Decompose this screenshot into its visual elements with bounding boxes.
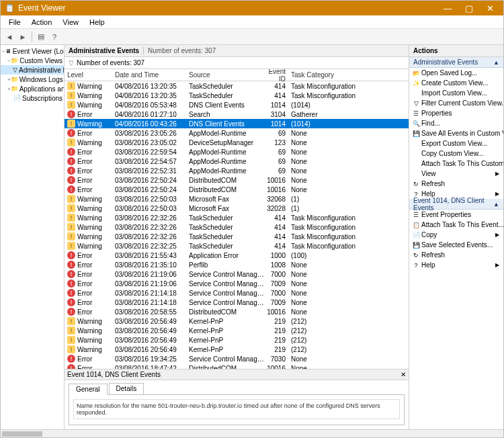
action-item[interactable]: Export Custom View... (409, 138, 503, 148)
warning-icon: ! (67, 214, 75, 222)
event-row[interactable]: !Error03/08/2016 21:19:06Service Control… (65, 279, 409, 288)
col-level[interactable]: Level (65, 71, 115, 79)
forward-button[interactable]: ► (17, 31, 29, 43)
action-item[interactable]: 🔍Find... (409, 118, 503, 128)
actions-group-event[interactable]: Event 1014, DNS Client Events ▲ (409, 199, 503, 210)
action-item[interactable]: Import Custom View... (409, 88, 503, 98)
tree-apps-services[interactable]: +📁 Applications and Services Lo (1, 84, 64, 93)
submenu-arrow-icon: ▶ (495, 262, 499, 268)
event-row[interactable]: !Warning03/08/2016 22:50:03Microsoft Fax… (65, 204, 409, 213)
event-row[interactable]: !Warning03/08/2016 20:56:49Kernel-PnP219… (65, 335, 409, 345)
titlebar[interactable]: 📋 Event Viewer — ▢ ✕ (1, 1, 503, 15)
error-icon: ! (67, 270, 75, 278)
error-icon: ! (67, 110, 75, 118)
center-pane: Administrative Events Number of events: … (65, 45, 409, 429)
action-item[interactable]: 📂Open Saved Log... (409, 68, 503, 78)
tree-subscriptions[interactable]: 📄 Subscriptions (1, 93, 64, 103)
event-row[interactable]: !Error03/08/2016 22:50:24DistributedCOM1… (65, 185, 409, 194)
detail-header: Event 1014, DNS Client Events ✕ (65, 369, 409, 380)
action-item[interactable]: View▶ (409, 169, 503, 179)
menu-help[interactable]: Help (84, 17, 110, 28)
menu-action[interactable]: Action (26, 17, 58, 28)
warning-icon: ! (67, 223, 75, 231)
menu-file[interactable]: File (3, 17, 26, 28)
action-icon: ↻ (412, 181, 420, 187)
action-item[interactable]: Copy Custom View... (409, 148, 503, 159)
event-row[interactable]: !Warning03/08/2016 20:56:49Kernel-PnP219… (65, 326, 409, 335)
tree-horizontal-scrollbar[interactable] (1, 429, 503, 437)
tab-general[interactable]: General (69, 384, 108, 395)
event-row[interactable]: !Warning03/08/2016 22:50:03Microsoft Fax… (65, 194, 409, 204)
tree-root[interactable]: −🖥 Event Viewer (Local) (1, 46, 64, 56)
event-row[interactable]: !Error03/08/2016 21:55:43Application Err… (65, 251, 409, 260)
help-button[interactable]: ? (48, 31, 60, 43)
event-row[interactable]: !Error03/08/2016 21:19:06Service Control… (65, 269, 409, 279)
event-row[interactable]: !Error04/08/2016 01:27:10Search3104Gathe… (65, 110, 409, 119)
action-item[interactable]: ▽Filter Current Custom View... (409, 98, 503, 108)
detail-description: Name resolution for the name 501-trouter… (73, 399, 400, 419)
col-cat[interactable]: Task Category (290, 71, 409, 79)
event-row[interactable]: !Error03/08/2016 19:34:25Service Control… (65, 354, 409, 363)
event-row[interactable]: !Warning03/08/2016 23:05:02DeviceSetupMa… (65, 138, 409, 147)
col-source[interactable]: Source (189, 71, 263, 79)
tree-custom-views[interactable]: −📁 Custom Views (1, 56, 64, 65)
event-row[interactable]: !Error03/08/2016 21:35:10Perflib1008None (65, 260, 409, 269)
close-button[interactable]: ✕ (480, 3, 499, 13)
subscriptions-icon: 📄 (13, 94, 21, 102)
events-list[interactable]: Level Date and Time Source Event ID Task… (65, 69, 409, 369)
back-button[interactable]: ◄ (3, 31, 15, 43)
event-row[interactable]: !Error03/08/2016 22:59:54AppModel-Runtim… (65, 147, 409, 157)
action-item[interactable]: 📄Copy▶ (409, 230, 503, 240)
event-row[interactable]: !Error03/08/2016 18:47:42DistributedCOM1… (65, 363, 409, 369)
event-row[interactable]: !Error03/08/2016 21:14:18Service Control… (65, 298, 409, 307)
event-row[interactable]: !Warning03/08/2016 22:32:26TaskScheduler… (65, 222, 409, 232)
event-row[interactable]: !Error03/08/2016 20:58:55DistributedCOM1… (65, 307, 409, 316)
show-hide-tree-button[interactable]: ▤ (35, 31, 47, 43)
menu-view[interactable]: View (57, 17, 84, 28)
action-item[interactable]: ☰Properties (409, 108, 503, 118)
action-icon: ? (412, 262, 420, 269)
event-row[interactable]: !Warning03/08/2016 22:32:25TaskScheduler… (65, 241, 409, 251)
maximize-button[interactable]: ▢ (460, 3, 478, 13)
action-item[interactable]: 📋Attach Task To This Event... (409, 220, 503, 230)
col-id[interactable]: Event ID (263, 69, 290, 83)
minimize-button[interactable]: — (438, 3, 457, 13)
action-item[interactable]: 💾Save Selected Events... (409, 240, 503, 250)
menubar: File Action View Help (1, 15, 503, 29)
event-row[interactable]: !Error03/08/2016 22:54:57AppModel-Runtim… (65, 157, 409, 166)
col-date[interactable]: Date and Time (115, 71, 189, 79)
submenu-arrow-icon: ▶ (495, 232, 499, 238)
event-row[interactable]: !Error03/08/2016 23:05:26AppModel-Runtim… (65, 128, 409, 138)
action-icon: ✨ (412, 80, 420, 87)
event-row[interactable]: !Warning03/08/2016 22:32:26TaskScheduler… (65, 232, 409, 241)
event-row[interactable]: !Warning03/08/2016 22:32:26TaskScheduler… (65, 213, 409, 222)
action-item[interactable]: ↻Refresh (409, 179, 503, 189)
detail-close-button[interactable]: ✕ (401, 371, 406, 378)
event-row[interactable]: !Error03/08/2016 21:14:18Service Control… (65, 288, 409, 298)
event-row[interactable]: !Error03/08/2016 22:50:24DistributedCOM1… (65, 175, 409, 185)
action-item[interactable]: 💾Save All Events in Custom View As... (409, 128, 503, 138)
event-count: Number of events: 307 (143, 47, 216, 54)
action-item[interactable]: Attach Task To This Custom View... (409, 159, 503, 169)
event-row[interactable]: !Warning03/08/2016 20:56:49Kernel-PnP219… (65, 345, 409, 354)
event-row[interactable]: !Warning04/08/2016 05:53:48DNS Client Ev… (65, 100, 409, 110)
event-row[interactable]: !Warning04/08/2016 00:43:26DNS Client Ev… (65, 119, 409, 128)
filter-icon: ▽ (13, 66, 17, 74)
action-item[interactable]: ✨Create Custom View... (409, 78, 503, 88)
error-icon: ! (67, 185, 75, 193)
action-item[interactable]: ?Help▶ (409, 189, 503, 199)
event-row[interactable]: !Warning04/08/2016 13:20:35TaskScheduler… (65, 81, 409, 91)
tree-admin-events[interactable]: ▽ Administrative Events (1, 65, 64, 75)
event-row[interactable]: !Warning04/08/2016 13:20:35TaskScheduler… (65, 91, 409, 100)
tree-windows-logs[interactable]: +📁 Windows Logs (1, 75, 64, 84)
tab-details[interactable]: Details (109, 383, 144, 394)
error-icon: ! (67, 279, 75, 288)
action-item[interactable]: ☰Event Properties (409, 210, 503, 220)
event-row[interactable]: !Warning03/08/2016 20:56:49Kernel-PnP219… (65, 316, 409, 326)
actions-group-admin[interactable]: Administrative Events ▲ (409, 57, 503, 68)
action-icon: ☰ (412, 110, 420, 117)
action-item[interactable]: ↻Refresh (409, 250, 503, 260)
folder-icon: 📁 (11, 56, 18, 64)
event-row[interactable]: !Error03/08/2016 22:52:31AppModel-Runtim… (65, 166, 409, 175)
action-item[interactable]: ?Help▶ (409, 260, 503, 270)
